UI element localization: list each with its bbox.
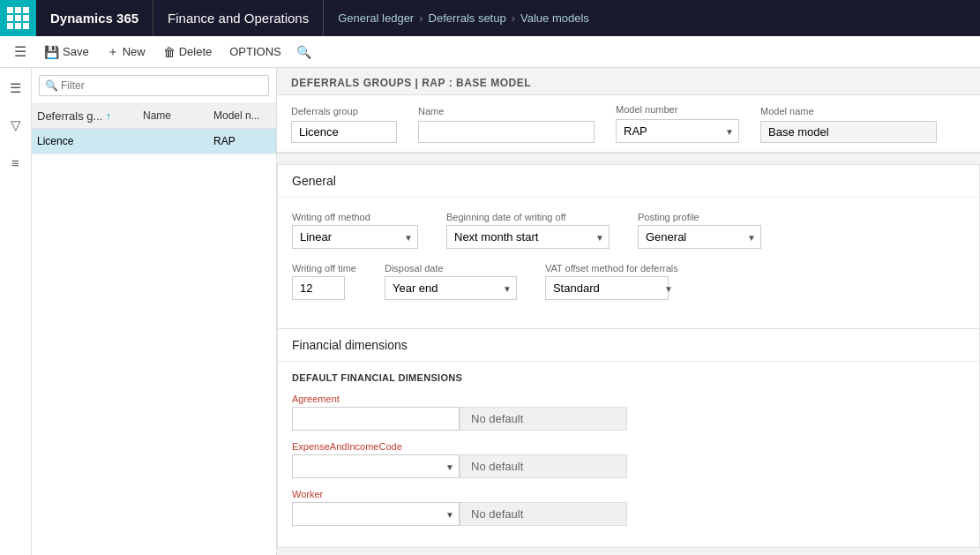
vat-offset-label: VAT offset method for deferrals [545, 263, 678, 274]
model-name-field: Model name [760, 106, 937, 143]
vat-offset-select[interactable]: Standard Custom [545, 276, 669, 300]
fin-dims-subtitle: DEFAULT FINANCIAL DIMENSIONS [292, 372, 965, 383]
name-field: Name [418, 106, 595, 143]
writing-off-method-select[interactable]: Linear Reducing balance Manual [292, 225, 418, 249]
disposal-date-label: Disposal date [385, 263, 517, 274]
worker-field-row: Worker ▼ No default [292, 489, 965, 526]
disposal-date-select[interactable]: Year end Month end Transaction date [385, 276, 517, 300]
model-number-field: Model number RAP ▼ [616, 104, 739, 143]
main-layout: ☰ ▽ ≡ 🔍 Deferrals g... ↑ Name Model n...… [0, 68, 980, 555]
search-button[interactable]: 🔍 [292, 40, 317, 64]
toolbar: ☰ 💾 Save ＋ New 🗑 Delete OPTIONS 🔍 [0, 36, 980, 68]
delete-label: Delete [179, 45, 213, 58]
list-cell-name [138, 133, 208, 149]
options-button[interactable]: OPTIONS [222, 41, 288, 62]
writing-off-time-input[interactable] [292, 276, 345, 300]
breadcrumb-item-1[interactable]: General ledger [338, 11, 414, 25]
general-section-body: Writing off method Linear Reducing balan… [278, 198, 979, 328]
sidebar-filter-icon[interactable]: ▽ [3, 112, 29, 139]
breadcrumb: General ledger › Deferrals setup › Value… [324, 11, 603, 25]
worker-no-default: No default [460, 502, 627, 526]
financial-dimensions-title: Financial dimensions [278, 329, 979, 362]
list-header: Deferrals g... ↑ Name Model n... [32, 104, 276, 129]
new-icon: ＋ [107, 44, 119, 60]
filter-input[interactable] [39, 75, 269, 96]
beginning-date-field: Beginning date of writing off Next month… [446, 212, 610, 249]
general-section: General Writing off method Linear Reduci… [277, 164, 980, 329]
save-icon: 💾 [44, 45, 59, 59]
new-label: New [123, 45, 146, 58]
model-number-select[interactable]: RAP [616, 119, 739, 143]
apps-icon[interactable] [0, 0, 36, 36]
financial-dimensions-body: DEFAULT FINANCIAL DIMENSIONS Agreement N… [278, 362, 979, 547]
model-number-label: Model number [616, 104, 739, 115]
detail-top-fields: Deferrals group Name Model number RAP ▼ … [277, 95, 980, 154]
d365-title: Dynamics 365 [36, 0, 153, 36]
beginning-date-select[interactable]: Next month start Current month start Tra… [446, 225, 610, 249]
sidebar-list-icon[interactable]: ≡ [3, 149, 29, 176]
list-filter-area: 🔍 [32, 68, 276, 104]
vat-offset-field: VAT offset method for deferrals Standard… [545, 263, 678, 300]
writing-off-method-field: Writing off method Linear Reducing balan… [292, 212, 418, 249]
list-panel: 🔍 Deferrals g... ↑ Name Model n... Licen… [32, 68, 277, 555]
agreement-no-default: No default [460, 407, 627, 431]
delete-icon: 🗑 [163, 45, 176, 59]
top-nav: Dynamics 365 Finance and Operations Gene… [0, 0, 980, 36]
breadcrumb-item-3[interactable]: Value models [520, 11, 589, 25]
agreement-label: Agreement [292, 394, 965, 404]
general-row-1: Writing off method Linear Reducing balan… [292, 212, 965, 249]
hamburger-button[interactable]: ☰ [7, 39, 34, 65]
agreement-field-row: Agreement No default [292, 394, 965, 431]
detail-header-title: DEFERRALS GROUPS | RAP : BASE MODEL [277, 68, 980, 95]
app-title: Finance and Operations [153, 0, 324, 36]
expense-income-no-default: No default [460, 454, 627, 478]
writing-off-time-label: Writing off time [292, 263, 356, 274]
posting-profile-field: Posting profile General Custom ▼ [638, 212, 761, 249]
breadcrumb-item-2[interactable]: Deferrals setup [429, 11, 506, 25]
expense-income-code-select[interactable] [292, 454, 460, 478]
name-input[interactable] [418, 121, 595, 143]
worker-label: Worker [292, 489, 965, 499]
sidebar-icons: ☰ ▽ ≡ [0, 68, 32, 555]
col-header-name: Name [138, 108, 208, 124]
sort-asc-icon: ↑ [106, 109, 112, 123]
writing-off-method-label: Writing off method [292, 212, 418, 222]
save-label: Save [63, 45, 89, 58]
col-header-model: Model n... [208, 108, 261, 124]
deferrals-group-field: Deferrals group [291, 106, 397, 143]
col-header-deferrals: Deferrals g... ↑ [32, 108, 138, 124]
deferrals-group-input[interactable] [291, 121, 397, 143]
detail-panel: DEFERRALS GROUPS | RAP : BASE MODEL Defe… [277, 68, 980, 555]
save-button[interactable]: 💾 Save [37, 41, 96, 63]
model-name-input[interactable] [760, 121, 937, 143]
posting-profile-label: Posting profile [638, 212, 761, 222]
worker-select[interactable] [292, 502, 460, 526]
disposal-date-field: Disposal date Year end Month end Transac… [385, 263, 517, 300]
beginning-date-label: Beginning date of writing off [446, 212, 610, 222]
name-label: Name [418, 106, 595, 116]
model-name-label: Model name [760, 106, 937, 116]
list-cell-deferral: Licence [32, 133, 138, 149]
delete-button[interactable]: 🗑 Delete [156, 41, 220, 63]
financial-dimensions-section: Financial dimensions DEFAULT FINANCIAL D… [277, 329, 980, 548]
posting-profile-select[interactable]: General Custom [638, 225, 761, 249]
general-section-title: General [278, 165, 979, 198]
agreement-input[interactable] [292, 407, 460, 431]
sidebar-menu-icon[interactable]: ☰ [3, 75, 29, 101]
expense-income-code-field-row: ExpenseAndIncomeCode ▼ No default [292, 441, 965, 478]
new-button[interactable]: ＋ New [100, 41, 153, 64]
deferrals-group-label: Deferrals group [291, 106, 397, 116]
writing-off-time-field: Writing off time [292, 263, 356, 300]
list-row[interactable]: Licence RAP [32, 129, 276, 154]
expense-income-code-label: ExpenseAndIncomeCode [292, 441, 965, 452]
list-cell-model: RAP [208, 133, 261, 149]
general-row-2: Writing off time Disposal date Year end … [292, 263, 965, 300]
